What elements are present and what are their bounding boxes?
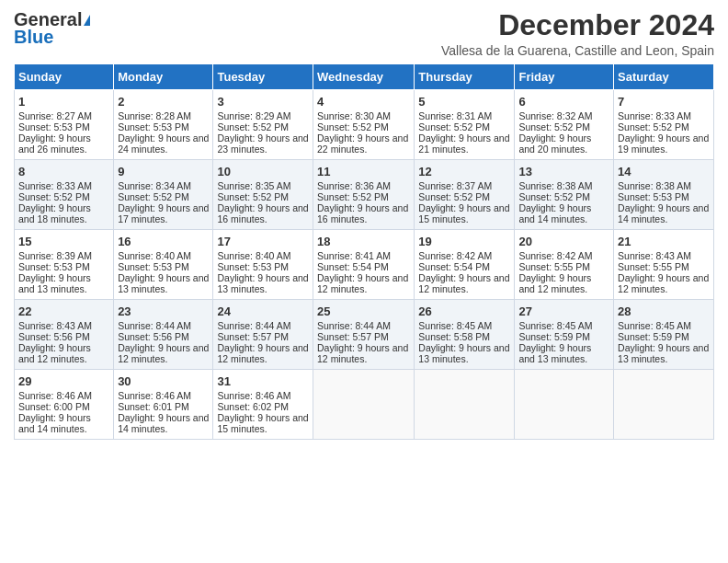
sunrise-text: Sunrise: 8:36 AM [317, 180, 391, 191]
daylight-text: Daylight: 9 hours and 14 minutes. [618, 202, 709, 224]
month-title: December 2024 [441, 9, 714, 41]
sunset-text: Sunset: 5:53 PM [18, 121, 90, 132]
daylight-text: Daylight: 9 hours and 14 minutes. [18, 412, 91, 434]
sunrise-text: Sunrise: 8:28 AM [118, 110, 191, 121]
sunrise-text: Sunrise: 8:39 AM [18, 250, 92, 261]
sunset-text: Sunset: 6:02 PM [217, 401, 289, 412]
sunset-text: Sunset: 5:56 PM [118, 331, 189, 342]
daylight-text: Daylight: 9 hours and 16 minutes. [317, 202, 408, 224]
sunrise-text: Sunrise: 8:45 AM [518, 320, 592, 331]
day-cell: 1Sunrise: 8:27 AMSunset: 5:53 PMDaylight… [15, 90, 114, 160]
sunrise-text: Sunrise: 8:41 AM [317, 250, 391, 261]
day-cell: 30Sunrise: 8:46 AMSunset: 6:01 PMDayligh… [114, 370, 213, 440]
daylight-text: Daylight: 9 hours and 12 minutes. [18, 342, 91, 364]
day-cell: 21Sunrise: 8:43 AMSunset: 5:55 PMDayligh… [614, 230, 714, 300]
sunrise-text: Sunrise: 8:40 AM [118, 250, 191, 261]
sunrise-text: Sunrise: 8:45 AM [618, 320, 691, 331]
header-cell-sunday: Sunday [15, 64, 114, 90]
day-cell [415, 370, 515, 440]
sunset-text: Sunset: 5:55 PM [618, 261, 689, 272]
day-cell: 16Sunrise: 8:40 AMSunset: 5:53 PMDayligh… [114, 230, 213, 300]
sunrise-text: Sunrise: 8:35 AM [217, 180, 290, 191]
daylight-text: Daylight: 9 hours and 19 minutes. [618, 132, 709, 155]
day-cell: 8Sunrise: 8:33 AMSunset: 5:52 PMDaylight… [15, 160, 114, 230]
sunrise-text: Sunrise: 8:32 AM [518, 110, 592, 121]
daylight-text: Daylight: 9 hours and 13 minutes. [118, 272, 209, 294]
day-cell: 9Sunrise: 8:34 AMSunset: 5:52 PMDaylight… [114, 160, 213, 230]
day-number: 19 [418, 235, 510, 248]
day-cell: 3Sunrise: 8:29 AMSunset: 5:52 PMDaylight… [213, 90, 313, 160]
daylight-text: Daylight: 9 hours and 18 minutes. [18, 202, 91, 224]
sunset-text: Sunset: 5:54 PM [418, 261, 490, 272]
daylight-text: Daylight: 9 hours and 12 minutes. [217, 342, 308, 364]
day-cell [313, 370, 415, 440]
sunset-text: Sunset: 5:53 PM [618, 191, 689, 202]
daylight-text: Daylight: 9 hours and 15 minutes. [217, 412, 308, 434]
day-number: 1 [18, 95, 109, 109]
logo: General Blue [14, 9, 90, 48]
sunset-text: Sunset: 5:52 PM [518, 121, 590, 132]
sunrise-text: Sunrise: 8:34 AM [118, 180, 191, 191]
week-row-3: 15Sunrise: 8:39 AMSunset: 5:53 PMDayligh… [15, 230, 714, 300]
sunrise-text: Sunrise: 8:29 AM [217, 110, 290, 121]
sunset-text: Sunset: 5:53 PM [217, 261, 289, 272]
day-number: 10 [217, 165, 309, 178]
sunrise-text: Sunrise: 8:33 AM [618, 110, 691, 121]
daylight-text: Daylight: 9 hours and 15 minutes. [418, 202, 509, 224]
day-number: 29 [18, 374, 109, 388]
day-cell: 11Sunrise: 8:36 AMSunset: 5:52 PMDayligh… [313, 160, 415, 230]
sunset-text: Sunset: 5:57 PM [217, 331, 289, 342]
sunset-text: Sunset: 5:52 PM [317, 121, 389, 132]
daylight-text: Daylight: 9 hours and 13 minutes. [618, 342, 709, 364]
logo-triangle-icon [84, 15, 90, 26]
sunrise-text: Sunrise: 8:33 AM [18, 180, 92, 191]
day-cell: 24Sunrise: 8:44 AMSunset: 5:57 PMDayligh… [213, 300, 313, 370]
sunset-text: Sunset: 5:59 PM [518, 331, 590, 342]
daylight-text: Daylight: 9 hours and 12 minutes. [418, 272, 509, 294]
header-row: SundayMondayTuesdayWednesdayThursdayFrid… [15, 64, 714, 90]
day-cell: 31Sunrise: 8:46 AMSunset: 6:02 PMDayligh… [213, 370, 313, 440]
sunrise-text: Sunrise: 8:46 AM [217, 390, 290, 401]
calendar-table: SundayMondayTuesdayWednesdayThursdayFrid… [14, 63, 714, 440]
daylight-text: Daylight: 9 hours and 13 minutes. [18, 272, 91, 294]
title-block: December 2024 Vallesa de la Guarena, Cas… [441, 9, 714, 58]
day-cell: 22Sunrise: 8:43 AMSunset: 5:56 PMDayligh… [15, 300, 114, 370]
daylight-text: Daylight: 9 hours and 24 minutes. [118, 132, 209, 155]
day-number: 15 [18, 235, 109, 248]
day-number: 14 [618, 165, 710, 178]
header-cell-wednesday: Wednesday [313, 64, 415, 90]
sunset-text: Sunset: 6:01 PM [118, 401, 189, 412]
day-number: 17 [217, 235, 309, 248]
sunset-text: Sunset: 5:54 PM [317, 261, 389, 272]
day-cell: 12Sunrise: 8:37 AMSunset: 5:52 PMDayligh… [415, 160, 515, 230]
day-number: 4 [317, 95, 410, 109]
sunset-text: Sunset: 5:52 PM [418, 121, 490, 132]
sunrise-text: Sunrise: 8:46 AM [18, 390, 92, 401]
day-cell: 15Sunrise: 8:39 AMSunset: 5:53 PMDayligh… [15, 230, 114, 300]
daylight-text: Daylight: 9 hours and 22 minutes. [317, 132, 408, 155]
day-number: 5 [418, 95, 510, 109]
day-number: 12 [418, 165, 510, 178]
header-cell-saturday: Saturday [614, 64, 714, 90]
sunset-text: Sunset: 5:52 PM [118, 191, 189, 202]
week-row-2: 8Sunrise: 8:33 AMSunset: 5:52 PMDaylight… [15, 160, 714, 230]
daylight-text: Daylight: 9 hours and 21 minutes. [418, 132, 509, 155]
day-cell: 25Sunrise: 8:44 AMSunset: 5:57 PMDayligh… [313, 300, 415, 370]
day-number: 8 [18, 165, 109, 178]
daylight-text: Daylight: 9 hours and 12 minutes. [618, 272, 709, 294]
day-cell: 2Sunrise: 8:28 AMSunset: 5:53 PMDaylight… [114, 90, 213, 160]
daylight-text: Daylight: 9 hours and 14 minutes. [518, 202, 591, 224]
day-cell [515, 370, 614, 440]
day-number: 27 [518, 304, 609, 318]
sunrise-text: Sunrise: 8:40 AM [217, 250, 290, 261]
day-number: 7 [618, 95, 710, 109]
week-row-5: 29Sunrise: 8:46 AMSunset: 6:00 PMDayligh… [15, 370, 714, 440]
sunrise-text: Sunrise: 8:31 AM [418, 110, 492, 121]
daylight-text: Daylight: 9 hours and 12 minutes. [317, 272, 408, 294]
day-number: 22 [18, 304, 109, 318]
location-subtitle: Vallesa de la Guarena, Castille and Leon… [441, 43, 714, 58]
daylight-text: Daylight: 9 hours and 17 minutes. [118, 202, 209, 224]
daylight-text: Daylight: 9 hours and 23 minutes. [217, 132, 308, 155]
day-number: 13 [518, 165, 609, 178]
sunset-text: Sunset: 5:53 PM [118, 121, 189, 132]
